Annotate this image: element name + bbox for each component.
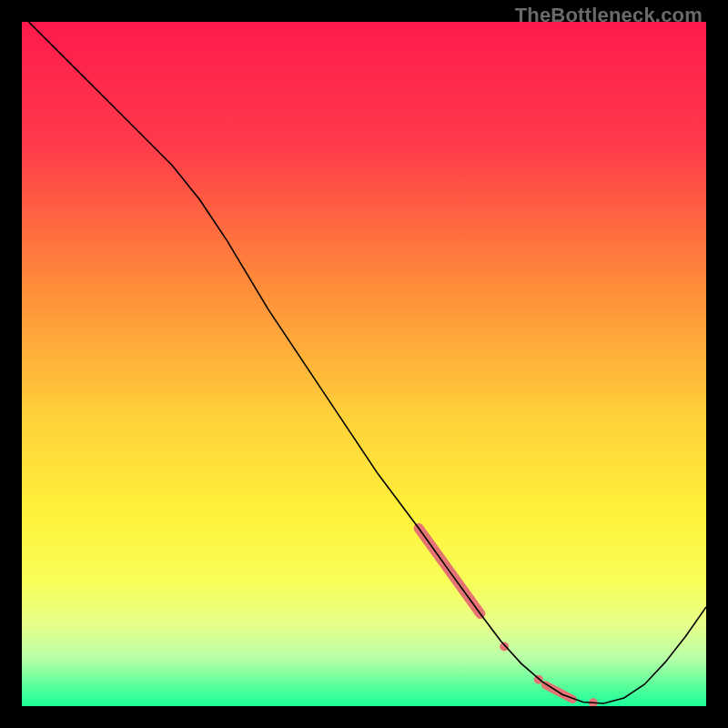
chart-container: TheBottleneck.com [0,0,728,728]
markers-group [419,528,598,706]
plot-area [22,22,706,706]
dot-mid [500,642,509,652]
curve-layer [22,22,706,706]
main-curve-path [22,22,706,703]
